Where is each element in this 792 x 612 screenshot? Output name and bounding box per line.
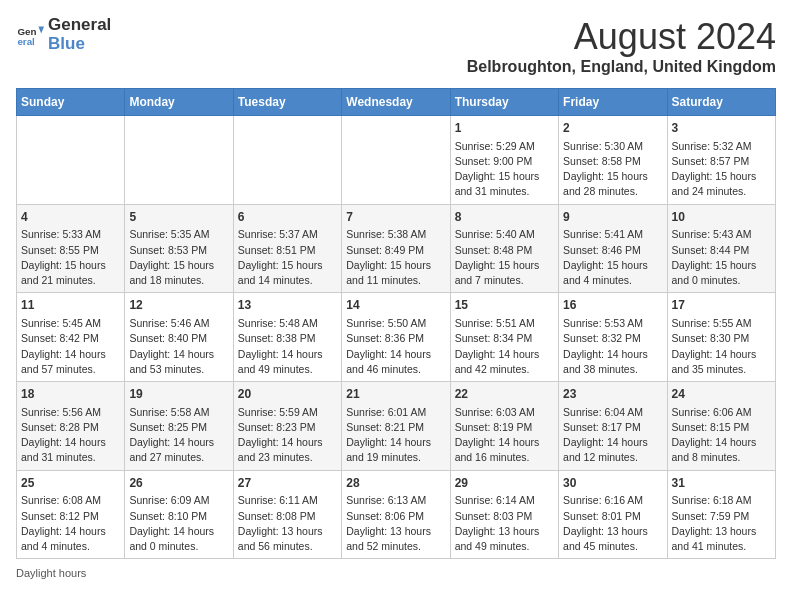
day-info: Sunrise: 6:08 AM Sunset: 8:12 PM Dayligh… (21, 493, 120, 554)
calendar-cell (233, 116, 341, 205)
calendar-week-4: 25Sunrise: 6:08 AM Sunset: 8:12 PM Dayli… (17, 470, 776, 559)
day-number: 26 (129, 475, 228, 492)
day-info: Sunrise: 5:48 AM Sunset: 8:38 PM Dayligh… (238, 316, 337, 377)
logo-line2: Blue (48, 35, 111, 54)
calendar-cell: 7Sunrise: 5:38 AM Sunset: 8:49 PM Daylig… (342, 204, 450, 293)
day-info: Sunrise: 6:14 AM Sunset: 8:03 PM Dayligh… (455, 493, 554, 554)
day-info: Sunrise: 6:13 AM Sunset: 8:06 PM Dayligh… (346, 493, 445, 554)
day-info: Sunrise: 6:09 AM Sunset: 8:10 PM Dayligh… (129, 493, 228, 554)
day-number: 4 (21, 209, 120, 226)
day-number: 15 (455, 297, 554, 314)
day-info: Sunrise: 6:03 AM Sunset: 8:19 PM Dayligh… (455, 405, 554, 466)
day-info: Sunrise: 5:38 AM Sunset: 8:49 PM Dayligh… (346, 227, 445, 288)
day-info: Sunrise: 6:01 AM Sunset: 8:21 PM Dayligh… (346, 405, 445, 466)
logo-line1: General (48, 16, 111, 35)
day-number: 7 (346, 209, 445, 226)
day-info: Sunrise: 5:43 AM Sunset: 8:44 PM Dayligh… (672, 227, 771, 288)
calendar-cell: 27Sunrise: 6:11 AM Sunset: 8:08 PM Dayli… (233, 470, 341, 559)
col-header-saturday: Saturday (667, 89, 775, 116)
calendar-cell: 16Sunrise: 5:53 AM Sunset: 8:32 PM Dayli… (559, 293, 667, 382)
calendar-cell (17, 116, 125, 205)
day-number: 31 (672, 475, 771, 492)
day-number: 27 (238, 475, 337, 492)
day-number: 21 (346, 386, 445, 403)
calendar-cell: 23Sunrise: 6:04 AM Sunset: 8:17 PM Dayli… (559, 382, 667, 471)
daylight-hours-label: Daylight hours (16, 567, 86, 579)
day-number: 20 (238, 386, 337, 403)
day-number: 16 (563, 297, 662, 314)
calendar-table: SundayMondayTuesdayWednesdayThursdayFrid… (16, 88, 776, 559)
calendar-cell: 22Sunrise: 6:03 AM Sunset: 8:19 PM Dayli… (450, 382, 558, 471)
logo: Gen eral General Blue (16, 16, 111, 53)
day-number: 23 (563, 386, 662, 403)
calendar-week-1: 4Sunrise: 5:33 AM Sunset: 8:55 PM Daylig… (17, 204, 776, 293)
calendar-cell: 26Sunrise: 6:09 AM Sunset: 8:10 PM Dayli… (125, 470, 233, 559)
day-info: Sunrise: 5:46 AM Sunset: 8:40 PM Dayligh… (129, 316, 228, 377)
calendar-cell: 4Sunrise: 5:33 AM Sunset: 8:55 PM Daylig… (17, 204, 125, 293)
day-info: Sunrise: 6:11 AM Sunset: 8:08 PM Dayligh… (238, 493, 337, 554)
day-info: Sunrise: 5:33 AM Sunset: 8:55 PM Dayligh… (21, 227, 120, 288)
day-number: 22 (455, 386, 554, 403)
day-number: 6 (238, 209, 337, 226)
day-info: Sunrise: 5:55 AM Sunset: 8:30 PM Dayligh… (672, 316, 771, 377)
calendar-cell: 11Sunrise: 5:45 AM Sunset: 8:42 PM Dayli… (17, 293, 125, 382)
day-info: Sunrise: 5:59 AM Sunset: 8:23 PM Dayligh… (238, 405, 337, 466)
day-info: Sunrise: 5:37 AM Sunset: 8:51 PM Dayligh… (238, 227, 337, 288)
day-info: Sunrise: 5:53 AM Sunset: 8:32 PM Dayligh… (563, 316, 662, 377)
col-header-friday: Friday (559, 89, 667, 116)
day-number: 17 (672, 297, 771, 314)
calendar-cell (125, 116, 233, 205)
calendar-cell: 1Sunrise: 5:29 AM Sunset: 9:00 PM Daylig… (450, 116, 558, 205)
calendar-cell: 6Sunrise: 5:37 AM Sunset: 8:51 PM Daylig… (233, 204, 341, 293)
day-number: 19 (129, 386, 228, 403)
day-number: 5 (129, 209, 228, 226)
day-info: Sunrise: 5:56 AM Sunset: 8:28 PM Dayligh… (21, 405, 120, 466)
day-number: 13 (238, 297, 337, 314)
day-info: Sunrise: 5:45 AM Sunset: 8:42 PM Dayligh… (21, 316, 120, 377)
calendar-cell: 28Sunrise: 6:13 AM Sunset: 8:06 PM Dayli… (342, 470, 450, 559)
day-info: Sunrise: 5:40 AM Sunset: 8:48 PM Dayligh… (455, 227, 554, 288)
day-number: 29 (455, 475, 554, 492)
day-number: 8 (455, 209, 554, 226)
day-info: Sunrise: 5:58 AM Sunset: 8:25 PM Dayligh… (129, 405, 228, 466)
col-header-sunday: Sunday (17, 89, 125, 116)
day-number: 28 (346, 475, 445, 492)
calendar-cell: 5Sunrise: 5:35 AM Sunset: 8:53 PM Daylig… (125, 204, 233, 293)
month-year: August 2024 (467, 16, 776, 58)
calendar-week-3: 18Sunrise: 5:56 AM Sunset: 8:28 PM Dayli… (17, 382, 776, 471)
page-header: Gen eral General Blue August 2024 Belbro… (16, 16, 776, 76)
day-number: 11 (21, 297, 120, 314)
day-info: Sunrise: 6:16 AM Sunset: 8:01 PM Dayligh… (563, 493, 662, 554)
day-info: Sunrise: 5:41 AM Sunset: 8:46 PM Dayligh… (563, 227, 662, 288)
col-header-monday: Monday (125, 89, 233, 116)
day-info: Sunrise: 5:30 AM Sunset: 8:58 PM Dayligh… (563, 139, 662, 200)
calendar-cell: 13Sunrise: 5:48 AM Sunset: 8:38 PM Dayli… (233, 293, 341, 382)
day-info: Sunrise: 6:18 AM Sunset: 7:59 PM Dayligh… (672, 493, 771, 554)
day-info: Sunrise: 6:06 AM Sunset: 8:15 PM Dayligh… (672, 405, 771, 466)
calendar-cell: 29Sunrise: 6:14 AM Sunset: 8:03 PM Dayli… (450, 470, 558, 559)
day-info: Sunrise: 5:32 AM Sunset: 8:57 PM Dayligh… (672, 139, 771, 200)
day-number: 24 (672, 386, 771, 403)
svg-text:eral: eral (17, 35, 35, 46)
day-number: 18 (21, 386, 120, 403)
calendar-cell: 20Sunrise: 5:59 AM Sunset: 8:23 PM Dayli… (233, 382, 341, 471)
day-number: 10 (672, 209, 771, 226)
day-number: 3 (672, 120, 771, 137)
calendar-cell: 18Sunrise: 5:56 AM Sunset: 8:28 PM Dayli… (17, 382, 125, 471)
calendar-cell: 25Sunrise: 6:08 AM Sunset: 8:12 PM Dayli… (17, 470, 125, 559)
calendar-cell: 15Sunrise: 5:51 AM Sunset: 8:34 PM Dayli… (450, 293, 558, 382)
calendar-cell: 24Sunrise: 6:06 AM Sunset: 8:15 PM Dayli… (667, 382, 775, 471)
day-info: Sunrise: 5:50 AM Sunset: 8:36 PM Dayligh… (346, 316, 445, 377)
day-info: Sunrise: 5:29 AM Sunset: 9:00 PM Dayligh… (455, 139, 554, 200)
calendar-cell: 17Sunrise: 5:55 AM Sunset: 8:30 PM Dayli… (667, 293, 775, 382)
title-block: August 2024 Belbroughton, England, Unite… (467, 16, 776, 76)
col-header-thursday: Thursday (450, 89, 558, 116)
day-number: 14 (346, 297, 445, 314)
col-header-wednesday: Wednesday (342, 89, 450, 116)
svg-marker-2 (38, 26, 44, 33)
calendar-cell: 8Sunrise: 5:40 AM Sunset: 8:48 PM Daylig… (450, 204, 558, 293)
calendar-cell: 31Sunrise: 6:18 AM Sunset: 7:59 PM Dayli… (667, 470, 775, 559)
day-info: Sunrise: 5:35 AM Sunset: 8:53 PM Dayligh… (129, 227, 228, 288)
footer: Daylight hours (16, 567, 776, 579)
calendar-cell: 19Sunrise: 5:58 AM Sunset: 8:25 PM Dayli… (125, 382, 233, 471)
